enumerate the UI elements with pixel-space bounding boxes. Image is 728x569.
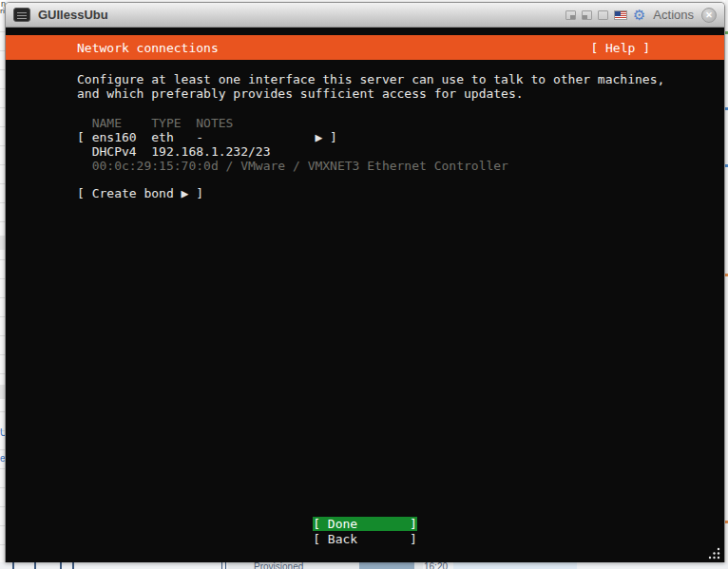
keyboard-layout-flag-icon[interactable] — [614, 10, 627, 20]
intro-text-line1: Configure at least one interface this se… — [77, 72, 664, 86]
background-column-line — [225, 562, 226, 569]
background-column-line — [60, 562, 62, 569]
nic-row-ens160[interactable]: [ ens160 eth - ▶ ] — [77, 130, 337, 144]
actions-menu[interactable]: Actions — [653, 8, 694, 22]
background-time-label: 16:20 — [424, 562, 448, 569]
fullscreen-icon[interactable] — [598, 10, 608, 20]
page-title: Network connections — [6, 41, 219, 55]
console-app-icon — [13, 8, 30, 22]
vm-console-window: GUIlessUbu ⚙ Actions ✕ Network connectio… — [5, 2, 725, 562]
intro-text-line2: and which preferably provides sufficient… — [77, 86, 524, 101]
resize-grip-icon[interactable] — [707, 547, 721, 560]
close-icon[interactable]: ✕ — [701, 8, 717, 23]
create-bond-button[interactable]: [ Create bond ▶ ] — [77, 186, 203, 200]
footer-buttons: [ Done ] [ Back ] — [6, 517, 724, 547]
gear-icon[interactable]: ⚙ — [633, 8, 645, 22]
window-titlebar[interactable]: GUIlessUbu ⚙ Actions ✕ — [6, 3, 724, 28]
background-cell — [453, 562, 577, 569]
background-column-line — [34, 562, 36, 569]
panel-bottom-right-icon[interactable] — [565, 10, 576, 20]
background-column-line — [12, 562, 14, 569]
nic-row-dhcp-address: DHCPv4 192.168.1.232/23 — [77, 144, 271, 159]
done-button[interactable]: [ Done ] — [313, 517, 417, 531]
nic-table-header: NAME TYPE NOTES — [77, 116, 233, 130]
back-button-row[interactable]: [ Back ] — [6, 532, 724, 547]
back-button[interactable]: [ Back ] — [313, 532, 417, 546]
background-page-bottom-fragment: Provisioned 16:20 — [0, 562, 728, 569]
background-cell — [359, 562, 414, 569]
installer-header-bar: Network connections [ Help ] — [6, 35, 724, 60]
background-provisioned-label: Provisioned — [254, 562, 303, 569]
desktop: n ri U er Provisioned 16:20 GUIlessUbu — [0, 0, 728, 569]
help-button[interactable]: [ Help ] — [590, 41, 724, 55]
background-column-line — [221, 562, 222, 569]
done-button-row[interactable]: [ Done ] — [6, 517, 724, 532]
nic-row-mac-info: 00:0c:29:15:70:0d / VMware / VMXNET3 Eth… — [77, 159, 508, 173]
window-title: GUIlessUbu — [38, 8, 108, 22]
panel-bottom-left-icon[interactable] — [582, 10, 592, 20]
installer-screen: Network connections [ Help ] Configure a… — [6, 28, 724, 562]
background-column-line — [72, 562, 74, 569]
